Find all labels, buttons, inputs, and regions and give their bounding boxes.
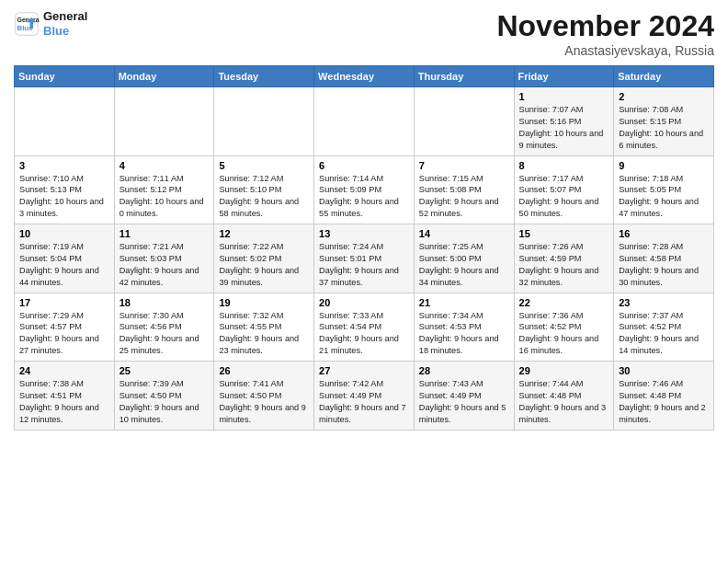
day-info: Sunrise: 7:30 AM Sunset: 4:56 PM Dayligh…: [119, 310, 210, 358]
calendar-cell: 6Sunrise: 7:14 AM Sunset: 5:09 PM Daylig…: [314, 155, 415, 224]
calendar-cell: 1Sunrise: 7:07 AM Sunset: 5:16 PM Daylig…: [514, 87, 614, 156]
calendar-cell: 21Sunrise: 7:34 AM Sunset: 4:53 PM Dayli…: [414, 293, 514, 362]
day-number: 11: [119, 228, 210, 239]
header-day: Sunday: [15, 66, 115, 87]
day-number: 6: [319, 160, 409, 171]
day-info: Sunrise: 7:17 AM Sunset: 5:07 PM Dayligh…: [519, 173, 609, 221]
day-info: Sunrise: 7:11 AM Sunset: 5:12 PM Dayligh…: [119, 173, 210, 221]
day-number: 8: [519, 160, 609, 171]
calendar-table: SundayMondayTuesdayWednesdayThursdayFrid…: [14, 65, 714, 431]
day-info: Sunrise: 7:41 AM Sunset: 4:50 PM Dayligh…: [219, 378, 309, 426]
calendar-cell: 27Sunrise: 7:42 AM Sunset: 4:49 PM Dayli…: [314, 362, 415, 431]
day-number: 17: [19, 297, 109, 308]
day-info: Sunrise: 7:42 AM Sunset: 4:49 PM Dayligh…: [319, 378, 409, 426]
day-number: 4: [119, 160, 210, 171]
calendar-cell: [114, 87, 214, 156]
header-day: Friday: [514, 66, 614, 87]
day-number: 28: [419, 365, 509, 376]
location-title: Anastasiyevskaya, Russia: [496, 43, 714, 58]
header-area: General Blue General Blue November 2024 …: [14, 9, 714, 58]
day-info: Sunrise: 7:08 AM Sunset: 5:15 PM Dayligh…: [619, 104, 709, 152]
title-area: November 2024 Anastasiyevskaya, Russia: [496, 9, 714, 58]
day-info: Sunrise: 7:36 AM Sunset: 4:52 PM Dayligh…: [519, 310, 609, 358]
calendar-cell: 3Sunrise: 7:10 AM Sunset: 5:13 PM Daylig…: [15, 155, 115, 224]
day-number: 24: [19, 365, 109, 376]
day-info: Sunrise: 7:14 AM Sunset: 5:09 PM Dayligh…: [319, 173, 409, 221]
header-day: Wednesday: [314, 66, 415, 87]
day-info: Sunrise: 7:15 AM Sunset: 5:08 PM Dayligh…: [419, 173, 509, 221]
day-info: Sunrise: 7:10 AM Sunset: 5:13 PM Dayligh…: [19, 173, 109, 221]
day-number: 1: [519, 91, 609, 102]
calendar-cell: [314, 87, 415, 156]
calendar-cell: 18Sunrise: 7:30 AM Sunset: 4:56 PM Dayli…: [114, 293, 214, 362]
day-info: Sunrise: 7:44 AM Sunset: 4:48 PM Dayligh…: [519, 378, 609, 426]
calendar-cell: 22Sunrise: 7:36 AM Sunset: 4:52 PM Dayli…: [514, 293, 614, 362]
header-day: Tuesday: [214, 66, 314, 87]
calendar-cell: [414, 87, 514, 156]
day-number: 21: [419, 297, 509, 308]
day-info: Sunrise: 7:26 AM Sunset: 4:59 PM Dayligh…: [519, 241, 609, 289]
day-info: Sunrise: 7:39 AM Sunset: 4:50 PM Dayligh…: [119, 378, 210, 426]
header-row: SundayMondayTuesdayWednesdayThursdayFrid…: [15, 66, 714, 87]
day-number: 16: [619, 228, 709, 239]
calendar-cell: 4Sunrise: 7:11 AM Sunset: 5:12 PM Daylig…: [114, 155, 214, 224]
calendar-cell: 26Sunrise: 7:41 AM Sunset: 4:50 PM Dayli…: [214, 362, 314, 431]
calendar-cell: 14Sunrise: 7:25 AM Sunset: 5:00 PM Dayli…: [414, 224, 514, 293]
calendar-cell: 24Sunrise: 7:38 AM Sunset: 4:51 PM Dayli…: [15, 362, 115, 431]
calendar-cell: 15Sunrise: 7:26 AM Sunset: 4:59 PM Dayli…: [514, 224, 614, 293]
calendar-cell: 13Sunrise: 7:24 AM Sunset: 5:01 PM Dayli…: [314, 224, 415, 293]
calendar-cell: 23Sunrise: 7:37 AM Sunset: 4:52 PM Dayli…: [614, 293, 714, 362]
calendar-cell: 2Sunrise: 7:08 AM Sunset: 5:15 PM Daylig…: [614, 87, 714, 156]
day-number: 29: [519, 365, 609, 376]
calendar-cell: 29Sunrise: 7:44 AM Sunset: 4:48 PM Dayli…: [514, 362, 614, 431]
day-number: 5: [219, 160, 309, 171]
calendar-cell: 19Sunrise: 7:32 AM Sunset: 4:55 PM Dayli…: [214, 293, 314, 362]
month-title: November 2024: [496, 9, 714, 43]
day-info: Sunrise: 7:22 AM Sunset: 5:02 PM Dayligh…: [219, 241, 309, 289]
day-number: 3: [19, 160, 109, 171]
day-info: Sunrise: 7:07 AM Sunset: 5:16 PM Dayligh…: [519, 104, 609, 152]
day-number: 14: [419, 228, 509, 239]
calendar-cell: 17Sunrise: 7:29 AM Sunset: 4:57 PM Dayli…: [15, 293, 115, 362]
day-info: Sunrise: 7:34 AM Sunset: 4:53 PM Dayligh…: [419, 310, 509, 358]
calendar-cell: 9Sunrise: 7:18 AM Sunset: 5:05 PM Daylig…: [614, 155, 714, 224]
day-info: Sunrise: 7:18 AM Sunset: 5:05 PM Dayligh…: [619, 173, 709, 221]
calendar-cell: 8Sunrise: 7:17 AM Sunset: 5:07 PM Daylig…: [514, 155, 614, 224]
day-number: 9: [619, 160, 709, 171]
logo-icon: General Blue: [14, 11, 40, 37]
calendar-cell: 30Sunrise: 7:46 AM Sunset: 4:48 PM Dayli…: [614, 362, 714, 431]
day-info: Sunrise: 7:43 AM Sunset: 4:49 PM Dayligh…: [419, 378, 509, 426]
day-number: 13: [319, 228, 409, 239]
calendar-cell: 25Sunrise: 7:39 AM Sunset: 4:50 PM Dayli…: [114, 362, 214, 431]
day-number: 27: [319, 365, 409, 376]
header-day: Monday: [114, 66, 214, 87]
day-info: Sunrise: 7:37 AM Sunset: 4:52 PM Dayligh…: [619, 310, 709, 358]
calendar-cell: 28Sunrise: 7:43 AM Sunset: 4:49 PM Dayli…: [414, 362, 514, 431]
calendar-cell: 16Sunrise: 7:28 AM Sunset: 4:58 PM Dayli…: [614, 224, 714, 293]
header-day: Saturday: [614, 66, 714, 87]
day-info: Sunrise: 7:33 AM Sunset: 4:54 PM Dayligh…: [319, 310, 409, 358]
calendar-cell: 20Sunrise: 7:33 AM Sunset: 4:54 PM Dayli…: [314, 293, 415, 362]
day-info: Sunrise: 7:46 AM Sunset: 4:48 PM Dayligh…: [619, 378, 709, 426]
day-info: Sunrise: 7:29 AM Sunset: 4:57 PM Dayligh…: [19, 310, 109, 358]
day-info: Sunrise: 7:19 AM Sunset: 5:04 PM Dayligh…: [19, 241, 109, 289]
calendar-cell: 5Sunrise: 7:12 AM Sunset: 5:10 PM Daylig…: [214, 155, 314, 224]
day-info: Sunrise: 7:38 AM Sunset: 4:51 PM Dayligh…: [19, 378, 109, 426]
day-info: Sunrise: 7:32 AM Sunset: 4:55 PM Dayligh…: [219, 310, 309, 358]
calendar-week-row: 3Sunrise: 7:10 AM Sunset: 5:13 PM Daylig…: [15, 155, 714, 224]
calendar-cell: 7Sunrise: 7:15 AM Sunset: 5:08 PM Daylig…: [414, 155, 514, 224]
day-info: Sunrise: 7:24 AM Sunset: 5:01 PM Dayligh…: [319, 241, 409, 289]
calendar-cell: 10Sunrise: 7:19 AM Sunset: 5:04 PM Dayli…: [15, 224, 115, 293]
calendar-cell: [214, 87, 314, 156]
day-number: 30: [619, 365, 709, 376]
day-number: 12: [219, 228, 309, 239]
day-number: 7: [419, 160, 509, 171]
day-info: Sunrise: 7:28 AM Sunset: 4:58 PM Dayligh…: [619, 241, 709, 289]
day-info: Sunrise: 7:25 AM Sunset: 5:00 PM Dayligh…: [419, 241, 509, 289]
calendar-week-row: 17Sunrise: 7:29 AM Sunset: 4:57 PM Dayli…: [15, 293, 714, 362]
day-number: 22: [519, 297, 609, 308]
calendar-cell: [15, 87, 115, 156]
calendar-week-row: 10Sunrise: 7:19 AM Sunset: 5:04 PM Dayli…: [15, 224, 714, 293]
day-number: 15: [519, 228, 609, 239]
calendar-cell: 12Sunrise: 7:22 AM Sunset: 5:02 PM Dayli…: [214, 224, 314, 293]
